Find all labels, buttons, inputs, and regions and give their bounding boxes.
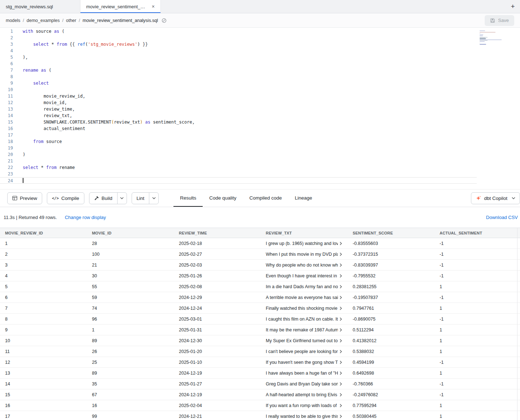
cell: 67 <box>87 392 174 397</box>
line-text: select <box>23 80 49 86</box>
build-button[interactable]: Build <box>89 193 117 204</box>
save-button[interactable]: Save <box>485 15 514 26</box>
cell: 7 <box>0 306 87 311</box>
table-row: 5552025-02-08Im a die hard Dads Army fan… <box>0 281 520 292</box>
line-text: ) <box>23 151 25 158</box>
file-tab[interactable]: movie_review_sentiment_…× <box>80 0 161 13</box>
line-number: 18 <box>0 138 13 145</box>
editor-line[interactable]: 19 <box>0 145 477 151</box>
table-row: 13892024-12-19I have always been a huge … <box>0 368 520 379</box>
editor-line[interactable]: 17 <box>0 132 477 138</box>
compile-button[interactable]: </> Compile <box>47 192 84 204</box>
expand-cell-icon[interactable] <box>339 253 343 256</box>
column-header[interactable]: MOVIE_REVIEW_ID <box>0 231 87 235</box>
line-number: 5 <box>0 54 13 61</box>
editor-line[interactable]: 11 movie_review_id, <box>0 93 477 99</box>
breadcrumb-segment[interactable]: demo_examples <box>27 18 60 23</box>
review-cell: Finally watched this shocking movie la… <box>261 306 348 311</box>
line-number: 6 <box>0 61 13 67</box>
editor-line[interactable]: 9 select <box>0 80 477 86</box>
review-cell: If you want a fun romp with loads of s… <box>261 403 348 408</box>
expand-cell-icon[interactable] <box>339 382 343 386</box>
lint-dropdown-button[interactable] <box>149 193 158 204</box>
code-editor[interactable]: 1with source as (23 select * from {{ ref… <box>0 28 520 189</box>
editor-line[interactable]: 16 actual_sentiment <box>0 125 477 132</box>
expand-cell-icon[interactable] <box>339 328 343 332</box>
change-row-display-link[interactable]: Change row display <box>65 215 106 220</box>
close-tab-icon[interactable]: × <box>152 4 155 9</box>
review-cell: Why do people who do not know what… <box>261 263 348 268</box>
editor-line[interactable]: 1with source as ( <box>0 28 477 35</box>
editor-line[interactable]: 5), <box>0 54 477 61</box>
expand-cell-icon[interactable] <box>339 317 343 321</box>
build-dropdown-button[interactable] <box>117 193 127 204</box>
expand-cell-icon[interactable] <box>339 296 343 299</box>
column-header[interactable]: MOVIE_ID <box>87 231 174 235</box>
column-header[interactable]: ACTUAL_SENTIMENT <box>435 231 520 235</box>
cell: 99 <box>87 414 174 419</box>
lint-button[interactable]: Lint <box>132 193 149 204</box>
editor-line[interactable]: 22select * from rename <box>0 164 477 171</box>
table-scrollbar-track[interactable] <box>517 228 517 420</box>
editor-line[interactable]: 18 from source <box>0 138 477 145</box>
cell: 1 <box>435 414 520 419</box>
results-table: MOVIE_REVIEW_IDMOVIE_IDREVIEW_TIMEREVIEW… <box>0 228 520 420</box>
new-tab-button[interactable]: + <box>506 0 520 13</box>
editor-line[interactable]: 20) <box>0 151 477 158</box>
tab-bar: stg_movie_reviews.sqlmovie_review_sentim… <box>0 0 520 13</box>
cell: 2025-02-03 <box>174 263 261 268</box>
dbt-copilot-button[interactable]: dbt Copilot <box>471 192 520 204</box>
breadcrumb: models/demo_examples/other/movie_review_… <box>6 18 158 23</box>
breadcrumb-segment[interactable]: movie_review_sentiment_analysis.sql <box>83 18 158 23</box>
download-csv-link[interactable]: Download CSV <box>486 215 518 220</box>
result-tab-results[interactable]: Results <box>173 189 203 207</box>
column-header[interactable]: REVIEW_TIME <box>174 231 261 235</box>
text-cursor <box>23 178 23 183</box>
preview-button-label: Preview <box>20 196 37 201</box>
preview-button[interactable]: Preview <box>7 192 42 204</box>
review-cell: Even though I have great interest in Bi… <box>261 273 348 278</box>
column-header[interactable]: REVIEW_TXT <box>261 231 348 235</box>
editor-line[interactable]: 15 SNOWFLAKE.CORTEX.SENTIMENT(review_txt… <box>0 119 477 125</box>
editor-line[interactable]: 13 review_time, <box>0 106 477 112</box>
expand-cell-icon[interactable] <box>339 350 343 353</box>
expand-cell-icon[interactable] <box>339 307 343 310</box>
file-tab[interactable]: stg_movie_reviews.sql <box>0 0 80 13</box>
cell: 1 <box>435 403 520 408</box>
result-tab-code-quality[interactable]: Code quality <box>203 189 243 207</box>
table-header: MOVIE_REVIEW_IDMOVIE_IDREVIEW_TIMEREVIEW… <box>0 228 520 238</box>
result-tab-compiled-code[interactable]: Compiled code <box>243 189 288 207</box>
editor-line[interactable]: 24 <box>0 177 477 184</box>
editor-line[interactable]: 14 review_txt, <box>0 112 477 119</box>
table-row: 11262025-01-20I can't believe people are… <box>0 346 520 357</box>
editor-line[interactable]: 10 <box>0 86 477 93</box>
editor-line[interactable]: 8 <box>0 73 477 80</box>
expand-cell-icon[interactable] <box>339 339 343 343</box>
expand-cell-icon[interactable] <box>339 285 343 289</box>
column-header[interactable]: SENTIMENT_SCORE <box>348 231 435 235</box>
cell: 89 <box>87 338 174 343</box>
expand-cell-icon[interactable] <box>339 404 343 407</box>
editor-line[interactable]: 4 <box>0 48 477 54</box>
expand-cell-icon[interactable] <box>339 361 343 364</box>
breadcrumb-segment[interactable]: models <box>6 18 20 23</box>
expand-cell-icon[interactable] <box>339 393 343 397</box>
editor-line[interactable]: 7rename as ( <box>0 67 477 73</box>
editor-line[interactable]: 12 movie_id, <box>0 99 477 106</box>
expand-cell-icon[interactable] <box>339 274 343 278</box>
editor-line[interactable]: 3 select * from {{ ref('stg_movie_review… <box>0 41 477 48</box>
code-icon: </> <box>52 196 59 200</box>
expand-cell-icon[interactable] <box>339 263 343 267</box>
expand-cell-icon[interactable] <box>339 415 343 418</box>
cell: 89 <box>87 371 174 376</box>
expand-cell-icon[interactable] <box>339 242 343 245</box>
editor-line[interactable]: 23 <box>0 171 477 177</box>
result-tab-lineage[interactable]: Lineage <box>288 189 318 207</box>
editor-minimap[interactable] <box>480 31 503 46</box>
expand-cell-icon[interactable] <box>339 371 343 375</box>
editor-line[interactable]: 6 <box>0 61 477 67</box>
editor-line[interactable]: 2 <box>0 35 477 41</box>
circle-slash-icon[interactable] <box>162 18 167 23</box>
editor-line[interactable]: 21 <box>0 158 477 164</box>
breadcrumb-segment[interactable]: other <box>66 18 76 23</box>
